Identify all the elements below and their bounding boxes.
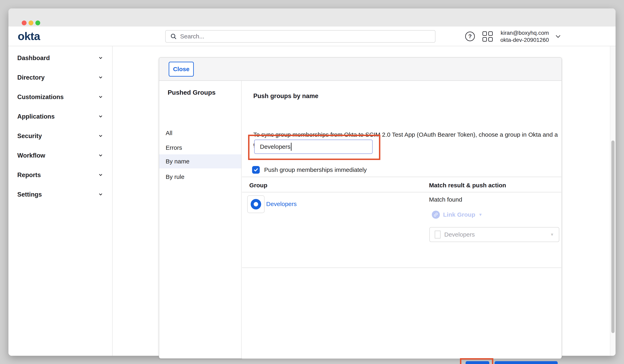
sidebar-item-security[interactable]: Security bbox=[8, 126, 112, 146]
push-immediately-checkbox[interactable] bbox=[252, 166, 260, 174]
subnav-item-all[interactable]: All bbox=[159, 126, 241, 140]
app-header: okta Search... ? kiran@boxyhq.com okta-d… bbox=[8, 26, 616, 46]
group-placeholder-icon bbox=[435, 231, 441, 238]
link-group-dropdown[interactable]: Link Group ▼ bbox=[432, 211, 482, 219]
caret-down-icon: ▼ bbox=[550, 232, 554, 237]
subnav-title: Pushed Groups bbox=[168, 89, 215, 96]
push-groups-dialog: Close Pushed Groups All Errors By name B… bbox=[159, 57, 562, 359]
dialog-content: Push groups by name To sync group member… bbox=[242, 81, 562, 358]
save-add-another-button[interactable]: Save & Add Another bbox=[494, 361, 558, 364]
match-status: Match found bbox=[429, 196, 462, 203]
link-group-label: Link Group bbox=[443, 211, 475, 218]
push-immediately-label: Push group memberships immediately bbox=[264, 166, 367, 173]
sidebar-item-workflow[interactable]: Workflow bbox=[8, 146, 112, 165]
search-icon bbox=[170, 33, 177, 40]
desktop-background: okta Search... ? kiran@boxyhq.com okta-d… bbox=[0, 0, 624, 364]
app-body: Dashboard Directory Customizations Appli… bbox=[8, 46, 616, 356]
app-group-value: Developers bbox=[444, 231, 546, 238]
divider bbox=[242, 177, 561, 177]
group-name-value: Developers bbox=[260, 143, 290, 150]
header-actions: ? kiran@boxyhq.com okta-dev-20901260 bbox=[465, 26, 560, 46]
vertical-scrollbar[interactable] bbox=[610, 46, 616, 356]
window-titlebar bbox=[8, 8, 616, 26]
sidebar-item-dashboard[interactable]: Dashboard bbox=[8, 48, 112, 68]
pushed-groups-subnav: Pushed Groups All Errors By name By rule bbox=[159, 81, 242, 358]
chevron-down-icon bbox=[99, 134, 102, 137]
divider bbox=[242, 267, 561, 268]
dialog-toolbar: Close bbox=[159, 58, 562, 81]
chevron-down-icon bbox=[99, 56, 102, 59]
column-header-group: Group bbox=[249, 182, 267, 189]
sidebar-item-customizations[interactable]: Customizations bbox=[8, 87, 112, 107]
subnav-item-by-name[interactable]: By name bbox=[159, 154, 241, 168]
browser-window: okta Search... ? kiran@boxyhq.com okta-d… bbox=[8, 8, 616, 356]
annotation-highlight-save bbox=[460, 358, 493, 364]
search-input[interactable]: Search... bbox=[165, 30, 435, 43]
group-icon bbox=[251, 199, 261, 209]
account-menu[interactable]: kiran@boxyhq.com okta-dev-20901260 bbox=[500, 29, 549, 43]
window-zoom-button[interactable] bbox=[35, 21, 40, 25]
sidebar-item-directory[interactable]: Directory bbox=[8, 68, 112, 87]
push-immediately-row: Push group memberships immediately bbox=[252, 166, 367, 174]
chevron-down-icon bbox=[99, 153, 102, 156]
sidebar-item-settings[interactable]: Settings bbox=[8, 185, 112, 204]
subnav-item-by-rule[interactable]: By rule bbox=[159, 170, 241, 184]
scrollbar-thumb[interactable] bbox=[611, 140, 615, 333]
link-icon bbox=[432, 211, 440, 219]
column-header-match: Match result & push action bbox=[429, 182, 506, 189]
page-title: Push groups by name bbox=[253, 92, 318, 100]
org-name: okta-dev-20901260 bbox=[500, 36, 549, 43]
apps-grid-icon[interactable] bbox=[482, 31, 493, 42]
checkmark-icon bbox=[253, 167, 259, 173]
app-group-select[interactable]: Developers ▼ bbox=[429, 227, 559, 242]
search-placeholder: Search... bbox=[180, 33, 204, 40]
chevron-down-icon[interactable] bbox=[556, 33, 560, 38]
help-icon[interactable]: ? bbox=[465, 31, 475, 41]
chevron-down-icon bbox=[99, 114, 102, 118]
chevron-down-icon bbox=[99, 173, 102, 176]
window-close-button[interactable] bbox=[22, 21, 26, 25]
window-minimize-button[interactable] bbox=[28, 21, 33, 25]
chevron-down-icon bbox=[99, 75, 102, 78]
close-button[interactable]: Close bbox=[169, 62, 194, 77]
sidebar-item-reports[interactable]: Reports bbox=[8, 165, 112, 185]
divider bbox=[242, 192, 561, 192]
group-name-input[interactable]: Developers bbox=[254, 139, 373, 154]
caret-down-icon: ▼ bbox=[478, 212, 482, 217]
chevron-down-icon bbox=[99, 192, 102, 196]
okta-logo: okta bbox=[18, 30, 40, 42]
text-cursor bbox=[291, 143, 291, 151]
chevron-down-icon bbox=[99, 95, 102, 98]
sidebar: Dashboard Directory Customizations Appli… bbox=[8, 46, 113, 356]
group-name-link[interactable]: Developers bbox=[266, 201, 297, 208]
subnav-item-errors[interactable]: Errors bbox=[159, 141, 241, 155]
sidebar-item-applications[interactable]: Applications bbox=[8, 107, 112, 126]
user-email: kiran@boxyhq.com bbox=[500, 29, 549, 36]
divider bbox=[242, 359, 561, 359]
group-avatar bbox=[247, 195, 264, 213]
